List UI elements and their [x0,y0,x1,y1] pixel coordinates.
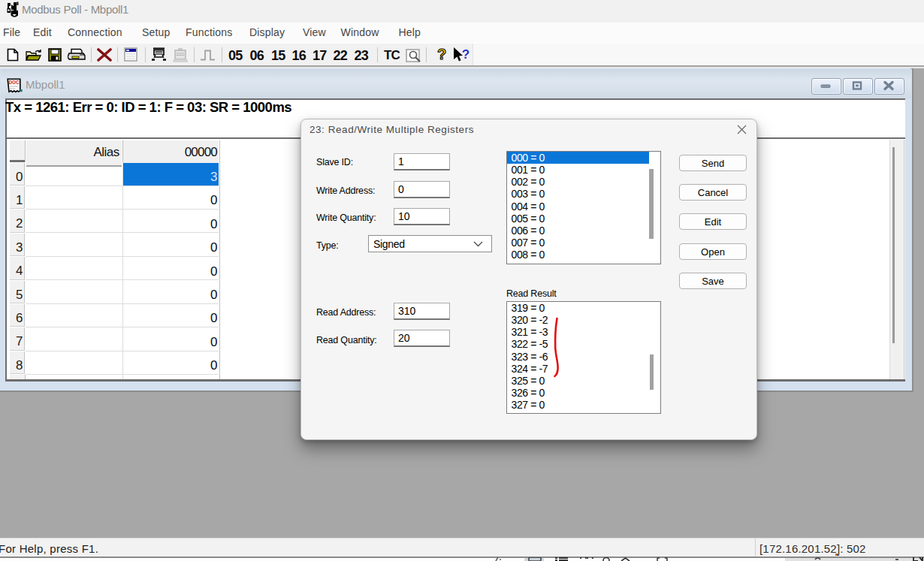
svg-text:DOC: DOC [9,80,20,85]
svg-text:?: ? [437,46,446,62]
svg-text:?: ? [462,47,470,62]
